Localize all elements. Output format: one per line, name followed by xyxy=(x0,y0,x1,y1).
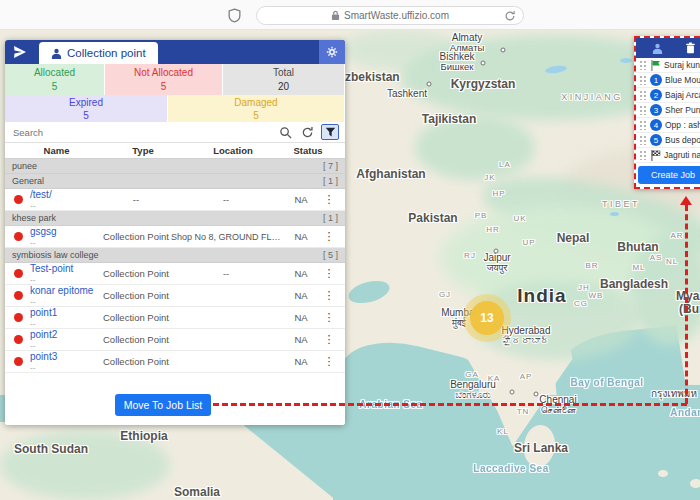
map-label: Jaipurजयपुर xyxy=(483,252,510,274)
table-row[interactable]: konar epitome--Collection PointNA⋮ xyxy=(5,285,345,307)
job-list-item[interactable]: 1Blue Mounta xyxy=(636,73,700,88)
map-label: Somalia xyxy=(174,485,220,499)
search-input[interactable] xyxy=(11,126,271,139)
column-name[interactable]: Name xyxy=(5,145,108,156)
stop-number-badge: 5 xyxy=(650,134,662,146)
move-to-job-list-button[interactable]: Move To Job List xyxy=(115,394,211,416)
navigation-arrow-icon[interactable] xyxy=(5,40,35,64)
map-label: JK xyxy=(484,173,495,182)
column-type[interactable]: Type xyxy=(108,145,178,156)
job-list-item[interactable]: 5Bus depot S xyxy=(636,133,700,148)
job-item-label: Suraj kund ( xyxy=(664,60,700,70)
point-name-link[interactable]: point2 xyxy=(30,329,101,341)
map-label: GA xyxy=(465,370,479,379)
drag-handle-icon[interactable] xyxy=(639,75,647,85)
map-label: Bay of Bengal xyxy=(570,377,643,388)
group-row[interactable]: khese park[ 1 ] xyxy=(5,211,345,226)
cell-status: NA xyxy=(281,290,321,301)
drag-handle-icon[interactable] xyxy=(639,150,647,160)
table-row[interactable]: gsgsg--Collection PointShop No 8, GROUND… xyxy=(5,226,345,248)
point-name-link[interactable]: gsgsg xyxy=(30,226,101,238)
drag-handle-icon[interactable] xyxy=(639,105,647,115)
map-label: HP xyxy=(492,189,505,198)
map-label: NL xyxy=(666,257,678,266)
map-label: Bangladesh xyxy=(600,277,668,291)
status-dot-icon xyxy=(14,291,23,300)
job-list-item[interactable]: 4Opp : ashok xyxy=(636,118,700,133)
panel-header: Collection point xyxy=(5,40,345,64)
job-item-label: Opp : ashok xyxy=(665,120,700,130)
table-row[interactable]: point3--Collection PointNA⋮ xyxy=(5,351,345,373)
status-dot-icon xyxy=(14,313,23,322)
row-menu-button[interactable]: ⋮ xyxy=(321,230,337,243)
row-menu-button[interactable]: ⋮ xyxy=(321,311,337,324)
point-sub: -- xyxy=(30,363,101,372)
point-name-link[interactable]: point1 xyxy=(30,307,101,319)
cell-status: NA xyxy=(281,334,321,345)
address-bar[interactable]: SmartWaste.uffizio.com xyxy=(256,6,524,25)
drag-handle-icon[interactable] xyxy=(639,120,647,130)
settings-gear-button[interactable] xyxy=(319,40,345,64)
drag-handle-icon[interactable] xyxy=(639,60,647,70)
map-label: India xyxy=(517,285,566,307)
table-row[interactable]: point2--Collection PointNA⋮ xyxy=(5,329,345,351)
stat-allocated[interactable]: Allocated 5 xyxy=(5,64,105,95)
cluster-marker[interactable]: 13 xyxy=(463,294,511,342)
job-user-icon xyxy=(652,43,663,54)
stat-not-allocated[interactable]: Not Allocated 5 xyxy=(105,64,223,95)
column-status[interactable]: Status xyxy=(288,145,328,156)
island xyxy=(658,470,668,477)
map-label: UP xyxy=(522,238,535,247)
drag-handle-icon[interactable] xyxy=(639,135,647,145)
group-row[interactable]: punee[ 7 ] xyxy=(5,159,345,174)
job-list-footer: Create Job xyxy=(636,163,700,187)
gear-icon xyxy=(326,46,338,58)
table-row[interactable]: Test-point--Collection Point--NA⋮ xyxy=(5,263,345,285)
drag-handle-icon[interactable] xyxy=(639,90,647,100)
job-list-item[interactable]: Jagruti naga xyxy=(636,148,700,163)
stop-number-badge: 4 xyxy=(650,119,662,131)
status-dot-icon xyxy=(14,232,23,241)
map-label: Andaman S xyxy=(670,407,700,418)
point-name-link[interactable]: point3 xyxy=(30,351,101,363)
point-name-link[interactable]: /test/ xyxy=(30,189,101,201)
create-job-button[interactable]: Create Job xyxy=(638,166,700,184)
map-label: ML xyxy=(632,263,645,272)
refresh-page-icon[interactable] xyxy=(504,10,516,22)
tab-collection-point[interactable]: Collection point xyxy=(39,42,158,64)
group-row[interactable]: General[ 1 ] xyxy=(5,174,345,189)
stat-expired[interactable]: Expired 5 xyxy=(5,95,168,122)
map-label: KA xyxy=(488,374,501,383)
point-name-link[interactable]: konar epitome xyxy=(30,285,101,297)
column-location[interactable]: Location xyxy=(178,145,288,156)
shield-icon[interactable] xyxy=(228,8,241,23)
job-list-item[interactable]: 2Bajaj Arcade xyxy=(636,88,700,103)
stat-total[interactable]: Total 20 xyxy=(223,64,345,95)
group-row[interactable]: symbiosis law college[ 5 ] xyxy=(5,248,345,263)
table-row[interactable]: point1--Collection PointNA⋮ xyxy=(5,307,345,329)
table-row[interactable]: /test/------NA⋮ xyxy=(5,189,345,211)
job-list-item[interactable]: 3Sher Punjab xyxy=(636,103,700,118)
point-sub: -- xyxy=(30,275,101,284)
stop-number-badge: 3 xyxy=(650,104,662,116)
job-list-item[interactable]: Suraj kund ( xyxy=(636,58,700,73)
row-menu-button[interactable]: ⋮ xyxy=(321,193,337,206)
map-label: TN xyxy=(517,407,530,416)
point-name-link[interactable]: Test-point xyxy=(30,263,101,275)
point-sub: -- xyxy=(30,319,101,328)
trash-icon[interactable] xyxy=(685,42,696,54)
filter-button[interactable] xyxy=(321,124,339,140)
row-menu-button[interactable]: ⋮ xyxy=(321,289,337,302)
collection-table-body: punee[ 7 ]General[ 1 ]/test/------NA⋮khe… xyxy=(5,159,345,384)
map-label: Chennaiசென்னை xyxy=(539,394,576,416)
map-label: Tashkent xyxy=(387,88,427,99)
row-menu-button[interactable]: ⋮ xyxy=(321,333,337,346)
refresh-list-icon[interactable] xyxy=(299,125,315,140)
stat-damaged[interactable]: Damaged 5 xyxy=(168,95,345,122)
finish-flag-icon xyxy=(650,150,661,161)
row-menu-button[interactable]: ⋮ xyxy=(321,267,337,280)
row-menu-button[interactable]: ⋮ xyxy=(321,355,337,368)
job-item-label: Sher Punjab xyxy=(665,105,700,115)
collection-point-icon xyxy=(51,48,62,59)
search-icon[interactable] xyxy=(277,125,293,140)
